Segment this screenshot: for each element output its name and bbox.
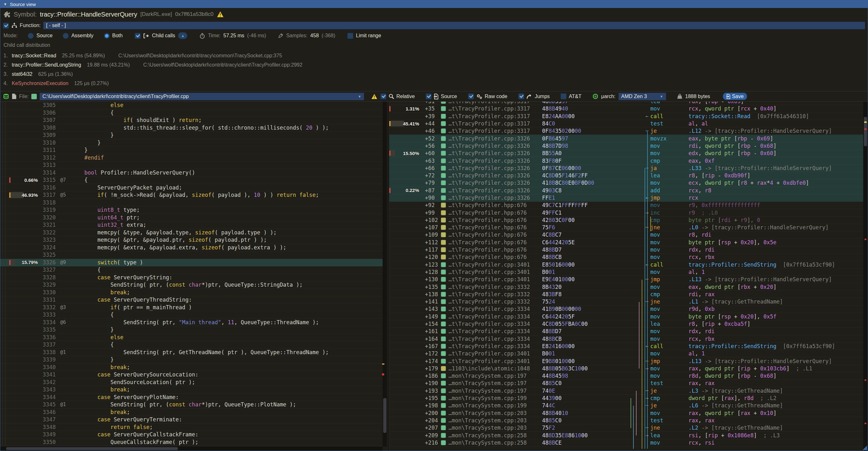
- source-line[interactable]: 3308 std::this_thread::sleep_for( std::c…: [0, 124, 382, 132]
- source-line[interactable]: 3324 memcpy( &extra, &payload.extra, siz…: [0, 244, 382, 251]
- source-vertical-scrollbar[interactable]: [382, 101, 387, 447]
- source-checkbox[interactable]: Source: [426, 93, 457, 99]
- source-line[interactable]: 3334@6 SendString( ptr, "Main thread", 1…: [0, 319, 382, 327]
- source-line[interactable]: 3313: [0, 161, 382, 169]
- source-line[interactable]: 3327 {: [0, 266, 382, 274]
- source-line[interactable]: 3307 if( shouldExit ) return;: [0, 117, 382, 124]
- source-line[interactable]: 3346 break;: [0, 409, 382, 416]
- asm-instruction-row[interactable]: +52…t\TracyProfiler.cpp:33260FB64597movz…: [389, 135, 863, 142]
- save-button[interactable]: Save: [723, 93, 747, 100]
- source-horizontal-scrollbar[interactable]: [0, 447, 382, 451]
- asm-instruction-row[interactable]: +66…t\TracyProfiler.cpp:33260F87CE060000…: [389, 165, 863, 172]
- collapse-triangle-icon[interactable]: ▼: [3, 2, 7, 6]
- asm-instruction-row[interactable]: +39…t\TracyProfiler.cpp:3317E824AA0000←c…: [389, 113, 863, 120]
- uarch-combo[interactable]: AMD Zen 3 ▼: [618, 93, 666, 100]
- source-line[interactable]: 3342 SendSourceLocation( ptr );: [0, 379, 382, 386]
- source-line[interactable]: 3329 SendString( ptr, (const char*)ptr, …: [0, 281, 382, 289]
- asm-instruction-row[interactable]: +209…mon\TracySystem.cpp:258488D35E88610…: [389, 431, 863, 439]
- source-line[interactable]: 3309 }: [0, 131, 382, 139]
- asm-instruction-row[interactable]: 15.50%+60…t\TracyProfiler.cpp:33268B55A0…: [389, 150, 863, 157]
- child-call-item[interactable]: 4.KeSynchronizeExecution125 μs (0.27%): [3, 79, 868, 88]
- source-line[interactable]: 3347 case ServerQueryTerminate:: [0, 416, 382, 424]
- file-combo[interactable]: C:\Users\wolf\Desktop\darkrl\contrib\tra…: [39, 93, 364, 100]
- source-line[interactable]: 3341 case ServerQuerySourceLocation:: [0, 371, 382, 379]
- asm-instruction-row[interactable]: +130…t\TracyProfiler.cpp:3401E9E4010000─…: [389, 276, 863, 283]
- source-line[interactable]: 3322 memcpy( &type, &payload.type, sizeo…: [0, 229, 382, 237]
- source-line[interactable]: 3320 uint64_t ptr;: [0, 214, 382, 222]
- asm-instruction-row[interactable]: +143…t\TracyProfiler.cpp:333441B90B00000…: [389, 305, 863, 313]
- source-line[interactable]: 3340 break;: [0, 364, 382, 371]
- limit-range-checkbox[interactable]: Limit range: [347, 33, 381, 39]
- child-calls-checkbox[interactable]: Child calls: [135, 33, 175, 39]
- source-line[interactable]: 3314bool Profiler::HandleServerQuery(): [0, 169, 382, 177]
- assembly-vertical-scrollbar[interactable]: [863, 101, 868, 451]
- asm-instruction-row[interactable]: +154…t\TracyProfiler.cpp:33344C8D055FBA0…: [389, 321, 863, 328]
- source-line[interactable]: 3332@3 if( ptr == m_mainThread ): [0, 304, 382, 311]
- asm-instruction-row[interactable]: +141…t\TracyProfiler.cpp:33327524─jne.L1…: [389, 298, 863, 305]
- asm-instruction-row[interactable]: +46…t\TracyProfiler.cpp:33170F8435020000…: [389, 127, 863, 135]
- function-combo[interactable]: [ - self - ]: [43, 22, 865, 29]
- source-line[interactable]: 0.66%3315@7{: [0, 176, 382, 184]
- jumps-checkbox[interactable]: Jumps: [518, 93, 550, 99]
- asm-instruction-row[interactable]: +63…t\TracyProfiler.cpp:332683F80Fcmpeax…: [389, 157, 863, 164]
- source-line[interactable]: 3339 }: [0, 356, 382, 364]
- asm-instruction-row[interactable]: +112…t\TracyProfiler.hpp:676C64424205Emo…: [389, 239, 863, 246]
- source-line[interactable]: 3344 case ServerQueryPlotName:: [0, 394, 382, 401]
- source-line[interactable]: 3343 break;: [0, 386, 382, 394]
- asm-instruction-row[interactable]: +128…t\TracyProfiler.cpp:3401B001moval, …: [389, 269, 863, 276]
- asm-instruction-row[interactable]: 45.41%+44…t\TracyProfiler.cpp:331784C0te…: [389, 120, 863, 127]
- source-line[interactable]: 3311}: [0, 147, 382, 154]
- relative-checkbox[interactable]: Relative: [380, 93, 415, 99]
- asm-instruction-row[interactable]: +186…mon\TracySystem.cpp:197448B4598movr…: [389, 372, 863, 380]
- source-line[interactable]: 3345@1 SendString( ptr, (const char*)ptr…: [0, 401, 382, 409]
- source-line[interactable]: 3333 {: [0, 311, 382, 319]
- source-line[interactable]: 46.93%3317@5 if( !m_sock->Read( &payload…: [0, 191, 382, 199]
- asm-instruction-row[interactable]: +172…t\TracyProfiler.cpp:3401B001moval, …: [389, 350, 863, 357]
- asm-instruction-row[interactable]: +135…t\TracyProfiler.cpp:33328B4320movea…: [389, 283, 863, 291]
- asm-instruction-row[interactable]: +161…t\TracyProfiler.cpp:3334488BD7movrd…: [389, 328, 863, 335]
- source-scroll-thumb[interactable]: [383, 398, 386, 432]
- source-line[interactable]: 3318: [0, 199, 382, 207]
- asm-instruction-row[interactable]: +207…mon\TracySystem.cpp:20375F2─jne.L2 …: [389, 424, 863, 431]
- source-line[interactable]: 3321 uint32_t extra;: [0, 221, 382, 229]
- asm-instruction-row[interactable]: +138…t\TracyProfiler.cpp:3332483BF8cmprd…: [389, 291, 863, 298]
- asm-instruction-row[interactable]: +179…1103\include\atomic:1048488B05B63C1…: [389, 365, 863, 372]
- asm-instruction-row[interactable]: 1.31%+35…t\TracyProfiler.cpp:3317488B494…: [389, 105, 863, 113]
- source-line[interactable]: 3335 }: [0, 326, 382, 334]
- source-line[interactable]: 3350 QueueCallstackFrame( ptr );: [0, 439, 382, 446]
- source-line[interactable]: 3328 case ServerQueryString:: [0, 274, 382, 281]
- resize-grip[interactable]: [863, 446, 867, 450]
- source-line[interactable]: 3348 return false;: [0, 424, 382, 431]
- asm-instruction-row[interactable]: +190…mon\TracySystem.cpp:1974885C0testra…: [389, 380, 863, 387]
- mode-radio-assembly[interactable]: Assembly: [63, 33, 93, 39]
- source-line[interactable]: 3306 {: [0, 109, 382, 117]
- asm-instruction-row[interactable]: +117…t\TracyProfiler.hpp:676488BD7movrdx…: [389, 246, 863, 253]
- asm-instruction-row[interactable]: +167…t\TracyProfiler.cpp:3334E824160000←…: [389, 343, 863, 350]
- mode-radio-both[interactable]: Both: [104, 33, 123, 39]
- asm-instruction-row[interactable]: +200…mon\TracySystem.cpp:203488B4010movr…: [389, 409, 863, 417]
- source-line[interactable]: 3336 else: [0, 334, 382, 341]
- source-line[interactable]: 3310 }: [0, 139, 382, 147]
- child-call-item[interactable]: 3.stat64i32625 μs (1.36%): [3, 69, 868, 79]
- source-line[interactable]: 3319 uint8_t type;: [0, 206, 382, 214]
- source-line[interactable]: 3312#endif: [0, 154, 382, 162]
- source-line[interactable]: 3330 break;: [0, 289, 382, 297]
- asm-instruction-row[interactable]: +204…mon\TracySystem.cpp:2034885C0testra…: [389, 417, 863, 424]
- source-hscroll-thumb[interactable]: [6, 447, 178, 450]
- asm-instruction-row[interactable]: +120…t\TracyProfiler.hpp:676488BCBmovrcx…: [389, 253, 863, 261]
- window-titlebar[interactable]: ▼ Source view: [0, 0, 868, 8]
- source-line[interactable]: 3323 memcpy( &ptr, &payload.ptr, sizeof(…: [0, 236, 382, 244]
- asm-instruction-row[interactable]: +109…t\TracyProfiler.hpp:6764C8BC7movr8,…: [389, 231, 863, 239]
- asm-instruction-row[interactable]: +102…t\TracyProfiler.hpp:67642803C0F00cm…: [389, 217, 863, 224]
- source-line[interactable]: 15.79%3326@9 switch( type ): [0, 259, 382, 267]
- source-line[interactable]: 3349 case ServerQueryCallstackFrame:: [0, 431, 382, 439]
- collapse-child-calls-button[interactable]: ▲: [178, 32, 187, 39]
- source-line[interactable]: 3338@1 SendString( ptr, GetThreadName( p…: [0, 349, 382, 356]
- asm-instruction-row[interactable]: +31…t\TracyProfiler.cpp:3317488D5597lear…: [389, 101, 863, 105]
- child-call-item[interactable]: 2.tracy::Profiler::SendLongString19.88 m…: [3, 60, 868, 69]
- source-line[interactable]: 3305 else: [0, 101, 382, 109]
- asm-instruction-row[interactable]: +164…t\TracyProfiler.cpp:3334488BCBmovrc…: [389, 335, 863, 343]
- asm-instruction-row[interactable]: +195…mon\TracySystem.cpp:199443900→cmpdw…: [389, 395, 863, 402]
- mode-radio-source[interactable]: Source: [28, 33, 53, 39]
- asm-instruction-row[interactable]: +79…t\TracyProfiler.cpp:3326418B8C80E0BF…: [389, 179, 863, 187]
